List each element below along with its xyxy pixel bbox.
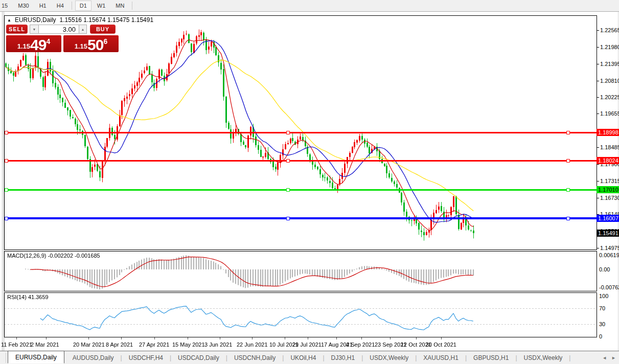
chart-title: ▲ EURUSD,Daily 1.15516 1.15674 1.15475 1… [7, 16, 153, 24]
chart-tab-eurusd-daily[interactable]: EURUSD,Daily [8, 351, 64, 363]
y-axis-label: 1.14975 [600, 244, 619, 252]
level-price-badge: 1.18024 [597, 157, 619, 164]
y-axis-label: 1.22565 [600, 27, 619, 34]
chart-collapse-icon[interactable]: ▲ [7, 18, 11, 22]
buy-price-big: 50 [87, 38, 103, 52]
chart-tab-dj30-h1[interactable]: DJ30,H1 [325, 352, 362, 363]
x-axis-tick [16, 337, 17, 339]
y-axis-label: 1.18485 [600, 144, 619, 151]
macd-axis-label: -0.00762 [599, 284, 619, 291]
x-axis-date-label: 4 Sep 2021 [346, 342, 375, 348]
y-axis-tick [597, 30, 599, 31]
y-axis-tick [597, 97, 599, 98]
x-axis-date-label: 29 Jul 2021 [292, 342, 322, 348]
level-price-badge: 1.17010 [597, 186, 619, 193]
sell-button[interactable]: SELL [6, 25, 28, 34]
sell-price-prefix: 1.15 [17, 42, 30, 50]
x-axis-tick [252, 337, 253, 339]
y-axis-label: 1.19655 [600, 110, 619, 117]
rsi-axis-label: 100 [599, 292, 608, 300]
last-price-badge: 1.15491 [597, 230, 619, 237]
y-axis-label: 1.21395 [600, 60, 619, 67]
x-axis-date-label: 27 Apr 2021 [139, 342, 169, 348]
chart-tab-usdchf-h4[interactable]: USDCHF,H4 [122, 352, 170, 363]
x-axis-date-label: 20 Mar 2021 [73, 342, 105, 348]
x-axis-tick [188, 337, 188, 339]
level-price-badge: 1.16007 [597, 215, 619, 222]
x-axis-tick [441, 337, 442, 339]
macd-indicator-label: MACD(12,26,9) -0.002202 -0.001685 [7, 253, 100, 259]
volume-decrease-button[interactable]: ▼ [30, 25, 39, 34]
timeframe-button-h4[interactable]: H4 [52, 1, 68, 11]
x-axis-tick [220, 337, 220, 339]
y-axis-tick [597, 64, 599, 64]
timeframe-toolbar: 15M30H1H4D1W1MN [0, 0, 619, 12]
x-axis-tick [88, 337, 89, 339]
x-axis-tick [121, 337, 122, 339]
y-axis-tick [597, 181, 599, 181]
sell-price-box[interactable]: 1.15494 [6, 35, 61, 52]
tab-scroll-left-icon[interactable]: ◄ [602, 355, 607, 360]
timeframe-button-w1[interactable]: W1 [93, 1, 110, 11]
tab-scroll-buttons: ◄► [602, 355, 616, 360]
chart-symbol-label: EURUSD,Daily [15, 16, 56, 24]
timeframe-button-m30[interactable]: M30 [13, 1, 33, 11]
one-click-trading-widget: SELL ▼ 3.00 ▲ BUY 1.15494 1.15506 [6, 25, 119, 52]
chart-tab-usdcad-daily[interactable]: USDCAD,Daily [171, 352, 226, 363]
y-axis-tick [597, 164, 599, 165]
rsi-axis-label: 0 [599, 333, 602, 340]
volume-increase-button[interactable]: ▲ [79, 25, 87, 34]
x-axis-date-label: 22 Jun 2021 [237, 342, 268, 348]
rsi-indicator-label: RSI(14) 41.3659 [7, 294, 49, 300]
chart-ohlc-values: 1.15516 1.15674 1.15475 1.15491 [60, 16, 154, 24]
timeframe-button-d1[interactable]: D1 [75, 1, 91, 11]
tab-scroll-right-icon[interactable]: ► [611, 355, 616, 360]
chart-tab-bar: EURUSD,Daily|AUDUSD,Daily|USDCHF,H4|USDC… [0, 351, 619, 364]
y-axis-tick [597, 248, 599, 248]
buy-price-prefix: 1.15 [75, 42, 87, 50]
timeframe-button-mn[interactable]: MN [111, 1, 129, 11]
chart-tab-gbpusd-h1[interactable]: GBPUSD,H1 [467, 352, 515, 363]
tab-bar-grip [0, 353, 6, 363]
y-axis-label: 1.21980 [600, 43, 619, 51]
x-axis-date-label: 8 Apr 2021 [106, 342, 133, 348]
chart-tab-audusd-daily[interactable]: AUDUSD,Daily [66, 352, 121, 363]
y-axis-tick [597, 113, 599, 114]
macd-axis-label: 0.006193 [599, 252, 619, 259]
tab-separator: | [569, 354, 570, 361]
timeframe-button-h1[interactable]: H1 [35, 1, 51, 11]
trading-terminal-window: 15M30H1H4D1W1MN ▲ EURUSD,Daily 1.15516 1… [0, 0, 619, 364]
volume-input[interactable]: 3.00 [39, 25, 79, 34]
chart-window: ▲ EURUSD,Daily 1.15516 1.15674 1.15475 1… [0, 12, 619, 351]
x-axis-tick [416, 337, 417, 339]
y-axis-tick [597, 47, 599, 48]
buy-price-box[interactable]: 1.15506 [63, 35, 119, 52]
timeframe-button-15[interactable]: 15 [0, 1, 12, 11]
x-axis-tick [46, 337, 47, 339]
y-axis-label: 1.16730 [600, 194, 619, 201]
x-axis-tick [308, 337, 308, 339]
y-axis-label: 1.20810 [600, 77, 619, 84]
x-axis-date-label: 3 Jun 2021 [204, 342, 232, 348]
chart-tab-usdcnh-daily[interactable]: USDCNH,Daily [227, 352, 282, 363]
macd-axis-label: 0.00 [599, 266, 610, 273]
x-axis-date-label: 30 Oct 2021 [426, 342, 456, 348]
buy-button[interactable]: BUY [90, 25, 116, 34]
chart-tab-ukoil-h4[interactable]: UKOil,H4 [284, 352, 323, 363]
rsi-axis-label: 30 [599, 321, 605, 328]
toolbar-separator [72, 2, 72, 10]
chart-tab-usdx-weekly[interactable]: USDX,Weekly [517, 352, 569, 363]
y-axis-tick [597, 81, 599, 81]
toolbar-separator [132, 2, 132, 10]
rsi-canvas[interactable] [5, 293, 597, 337]
x-axis-date-label: 2 Mar 2021 [31, 342, 59, 348]
chart-tab-xauusd-h1[interactable]: XAUUSD,H1 [417, 352, 465, 363]
y-axis-tick [597, 147, 599, 148]
x-axis-tick [285, 337, 285, 339]
x-axis-date-label: 11 Feb 2021 [1, 342, 32, 348]
x-axis-date-label: 15 May 2021 [172, 342, 205, 348]
sell-price-sup: 4 [46, 37, 50, 46]
x-axis-tick [336, 337, 337, 339]
rsi-axis-label: 70 [599, 305, 605, 312]
chart-tab-usdx-weekly[interactable]: USDX,Weekly [363, 352, 415, 363]
